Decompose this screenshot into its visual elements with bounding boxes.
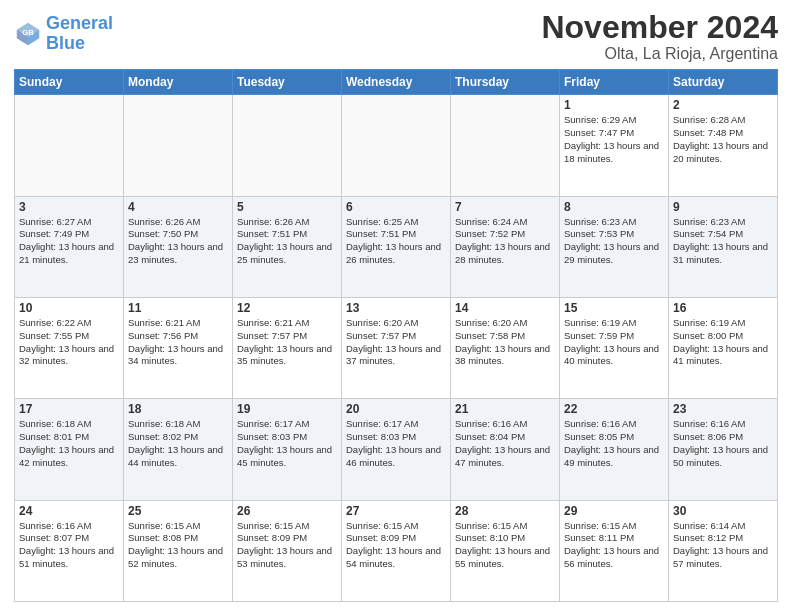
day-info: Sunrise: 6:21 AM Sunset: 7:57 PM Dayligh… — [237, 317, 337, 368]
logo-line2: Blue — [46, 33, 85, 53]
day-number: 3 — [19, 200, 119, 214]
table-row: 5Sunrise: 6:26 AM Sunset: 7:51 PM Daylig… — [233, 196, 342, 297]
calendar-week-row: 3Sunrise: 6:27 AM Sunset: 7:49 PM Daylig… — [15, 196, 778, 297]
day-info: Sunrise: 6:16 AM Sunset: 8:05 PM Dayligh… — [564, 418, 664, 469]
day-number: 21 — [455, 402, 555, 416]
table-row: 7Sunrise: 6:24 AM Sunset: 7:52 PM Daylig… — [451, 196, 560, 297]
day-number: 13 — [346, 301, 446, 315]
day-info: Sunrise: 6:16 AM Sunset: 8:04 PM Dayligh… — [455, 418, 555, 469]
day-number: 1 — [564, 98, 664, 112]
day-number: 5 — [237, 200, 337, 214]
day-number: 10 — [19, 301, 119, 315]
day-number: 26 — [237, 504, 337, 518]
day-number: 9 — [673, 200, 773, 214]
day-number: 8 — [564, 200, 664, 214]
day-info: Sunrise: 6:25 AM Sunset: 7:51 PM Dayligh… — [346, 216, 446, 267]
table-row: 9Sunrise: 6:23 AM Sunset: 7:54 PM Daylig… — [669, 196, 778, 297]
day-number: 28 — [455, 504, 555, 518]
header-tuesday: Tuesday — [233, 70, 342, 95]
header-saturday: Saturday — [669, 70, 778, 95]
logo-line1: General — [46, 13, 113, 33]
day-info: Sunrise: 6:15 AM Sunset: 8:11 PM Dayligh… — [564, 520, 664, 571]
calendar-week-row: 17Sunrise: 6:18 AM Sunset: 8:01 PM Dayli… — [15, 399, 778, 500]
table-row: 6Sunrise: 6:25 AM Sunset: 7:51 PM Daylig… — [342, 196, 451, 297]
table-row — [451, 95, 560, 196]
table-row: 2Sunrise: 6:28 AM Sunset: 7:48 PM Daylig… — [669, 95, 778, 196]
table-row: 12Sunrise: 6:21 AM Sunset: 7:57 PM Dayli… — [233, 297, 342, 398]
table-row: 8Sunrise: 6:23 AM Sunset: 7:53 PM Daylig… — [560, 196, 669, 297]
table-row: 30Sunrise: 6:14 AM Sunset: 8:12 PM Dayli… — [669, 500, 778, 601]
table-row: 19Sunrise: 6:17 AM Sunset: 8:03 PM Dayli… — [233, 399, 342, 500]
day-info: Sunrise: 6:19 AM Sunset: 8:00 PM Dayligh… — [673, 317, 773, 368]
table-row: 1Sunrise: 6:29 AM Sunset: 7:47 PM Daylig… — [560, 95, 669, 196]
table-row: 23Sunrise: 6:16 AM Sunset: 8:06 PM Dayli… — [669, 399, 778, 500]
day-number: 30 — [673, 504, 773, 518]
day-info: Sunrise: 6:23 AM Sunset: 7:54 PM Dayligh… — [673, 216, 773, 267]
calendar-header-row: Sunday Monday Tuesday Wednesday Thursday… — [15, 70, 778, 95]
day-info: Sunrise: 6:16 AM Sunset: 8:06 PM Dayligh… — [673, 418, 773, 469]
table-row: 27Sunrise: 6:15 AM Sunset: 8:09 PM Dayli… — [342, 500, 451, 601]
day-number: 25 — [128, 504, 228, 518]
day-info: Sunrise: 6:27 AM Sunset: 7:49 PM Dayligh… — [19, 216, 119, 267]
page: GB General Blue November 2024 Olta, La R… — [0, 0, 792, 612]
day-number: 2 — [673, 98, 773, 112]
day-number: 19 — [237, 402, 337, 416]
day-info: Sunrise: 6:24 AM Sunset: 7:52 PM Dayligh… — [455, 216, 555, 267]
day-info: Sunrise: 6:23 AM Sunset: 7:53 PM Dayligh… — [564, 216, 664, 267]
calendar-week-row: 10Sunrise: 6:22 AM Sunset: 7:55 PM Dayli… — [15, 297, 778, 398]
day-number: 16 — [673, 301, 773, 315]
day-number: 24 — [19, 504, 119, 518]
header-monday: Monday — [124, 70, 233, 95]
table-row — [233, 95, 342, 196]
day-number: 18 — [128, 402, 228, 416]
table-row — [342, 95, 451, 196]
day-info: Sunrise: 6:26 AM Sunset: 7:50 PM Dayligh… — [128, 216, 228, 267]
day-number: 23 — [673, 402, 773, 416]
table-row: 24Sunrise: 6:16 AM Sunset: 8:07 PM Dayli… — [15, 500, 124, 601]
day-number: 4 — [128, 200, 228, 214]
header: GB General Blue November 2024 Olta, La R… — [14, 10, 778, 63]
table-row: 18Sunrise: 6:18 AM Sunset: 8:02 PM Dayli… — [124, 399, 233, 500]
table-row: 4Sunrise: 6:26 AM Sunset: 7:50 PM Daylig… — [124, 196, 233, 297]
day-info: Sunrise: 6:15 AM Sunset: 8:09 PM Dayligh… — [346, 520, 446, 571]
logo-text: General Blue — [46, 14, 113, 54]
day-info: Sunrise: 6:22 AM Sunset: 7:55 PM Dayligh… — [19, 317, 119, 368]
table-row: 20Sunrise: 6:17 AM Sunset: 8:03 PM Dayli… — [342, 399, 451, 500]
table-row — [15, 95, 124, 196]
day-info: Sunrise: 6:26 AM Sunset: 7:51 PM Dayligh… — [237, 216, 337, 267]
table-row: 29Sunrise: 6:15 AM Sunset: 8:11 PM Dayli… — [560, 500, 669, 601]
table-row: 14Sunrise: 6:20 AM Sunset: 7:58 PM Dayli… — [451, 297, 560, 398]
table-row: 25Sunrise: 6:15 AM Sunset: 8:08 PM Dayli… — [124, 500, 233, 601]
day-info: Sunrise: 6:20 AM Sunset: 7:58 PM Dayligh… — [455, 317, 555, 368]
day-info: Sunrise: 6:19 AM Sunset: 7:59 PM Dayligh… — [564, 317, 664, 368]
table-row: 13Sunrise: 6:20 AM Sunset: 7:57 PM Dayli… — [342, 297, 451, 398]
table-row: 16Sunrise: 6:19 AM Sunset: 8:00 PM Dayli… — [669, 297, 778, 398]
subtitle: Olta, La Rioja, Argentina — [541, 45, 778, 63]
table-row: 3Sunrise: 6:27 AM Sunset: 7:49 PM Daylig… — [15, 196, 124, 297]
header-friday: Friday — [560, 70, 669, 95]
day-info: Sunrise: 6:20 AM Sunset: 7:57 PM Dayligh… — [346, 317, 446, 368]
day-info: Sunrise: 6:18 AM Sunset: 8:01 PM Dayligh… — [19, 418, 119, 469]
day-number: 20 — [346, 402, 446, 416]
table-row: 28Sunrise: 6:15 AM Sunset: 8:10 PM Dayli… — [451, 500, 560, 601]
day-info: Sunrise: 6:29 AM Sunset: 7:47 PM Dayligh… — [564, 114, 664, 165]
calendar-week-row: 24Sunrise: 6:16 AM Sunset: 8:07 PM Dayli… — [15, 500, 778, 601]
calendar-table: Sunday Monday Tuesday Wednesday Thursday… — [14, 69, 778, 602]
day-number: 14 — [455, 301, 555, 315]
day-info: Sunrise: 6:16 AM Sunset: 8:07 PM Dayligh… — [19, 520, 119, 571]
table-row: 15Sunrise: 6:19 AM Sunset: 7:59 PM Dayli… — [560, 297, 669, 398]
day-number: 22 — [564, 402, 664, 416]
day-info: Sunrise: 6:15 AM Sunset: 8:08 PM Dayligh… — [128, 520, 228, 571]
title-block: November 2024 Olta, La Rioja, Argentina — [541, 10, 778, 63]
logo-icon: GB — [14, 20, 42, 48]
header-sunday: Sunday — [15, 70, 124, 95]
header-wednesday: Wednesday — [342, 70, 451, 95]
day-info: Sunrise: 6:14 AM Sunset: 8:12 PM Dayligh… — [673, 520, 773, 571]
day-info: Sunrise: 6:21 AM Sunset: 7:56 PM Dayligh… — [128, 317, 228, 368]
table-row: 26Sunrise: 6:15 AM Sunset: 8:09 PM Dayli… — [233, 500, 342, 601]
day-info: Sunrise: 6:28 AM Sunset: 7:48 PM Dayligh… — [673, 114, 773, 165]
table-row: 11Sunrise: 6:21 AM Sunset: 7:56 PM Dayli… — [124, 297, 233, 398]
logo: GB General Blue — [14, 14, 113, 54]
day-number: 7 — [455, 200, 555, 214]
day-number: 17 — [19, 402, 119, 416]
